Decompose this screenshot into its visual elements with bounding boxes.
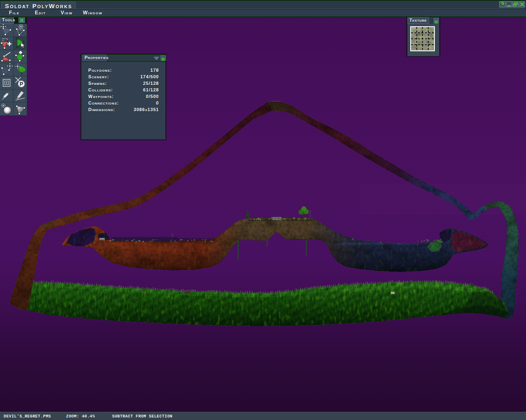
svg-text:P: P: [20, 81, 23, 87]
